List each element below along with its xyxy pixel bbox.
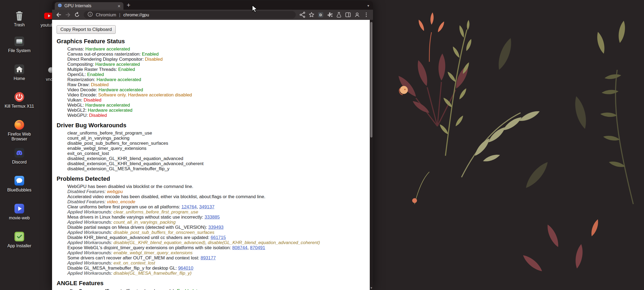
bug-link[interactable]: 124764 bbox=[181, 204, 197, 209]
desktop-icon-label: Trash bbox=[2, 23, 36, 27]
text-segment: Mesa drivers in Linux handle varyings wi… bbox=[67, 215, 204, 220]
tab-close-icon[interactable]: × bbox=[117, 3, 121, 9]
tab-gpu-internals[interactable]: GPU Internals × bbox=[55, 2, 123, 10]
flask-icon[interactable] bbox=[334, 10, 343, 19]
bug-link[interactable]: 964010 bbox=[178, 266, 193, 271]
side-panel-icon[interactable] bbox=[343, 10, 353, 19]
tab-title: GPU Internals bbox=[64, 3, 115, 8]
bug-link[interactable]: 339493 bbox=[208, 225, 224, 230]
svg-text:D: D bbox=[319, 13, 322, 17]
report-row: Disable partial swaps on Mesa drivers (d… bbox=[57, 225, 363, 230]
report-row: Applied Workarounds: disable_post_sub_bu… bbox=[57, 230, 363, 235]
url-text: chrome://gpu bbox=[123, 12, 149, 17]
scrollbar-down-arrow-icon[interactable]: ▼ bbox=[370, 286, 373, 289]
text-segment: Enabled bbox=[118, 67, 135, 72]
text-segment: Disable GL_MESA_framebuffer_flip_y for d… bbox=[67, 266, 178, 271]
copy-report-button[interactable]: Copy Report to Clipboard bbox=[57, 25, 116, 34]
text-segment: Hardware accelerated bbox=[97, 77, 141, 82]
page-info-icon[interactable] bbox=[87, 11, 93, 19]
bug-link[interactable]: 661715 bbox=[211, 235, 226, 240]
text-segment: Raw Draw: bbox=[67, 82, 91, 87]
report-row: Video Encode: Software only. Hardware ac… bbox=[57, 92, 363, 97]
text-segment: Clear uniforms before first program use … bbox=[67, 204, 181, 209]
text-segment: count_all_in_varyings_packing bbox=[67, 136, 130, 141]
text-segment: video_encode bbox=[107, 199, 135, 204]
report-row: disabled_extension_GL_MESA_framebuffer_f… bbox=[57, 166, 363, 171]
bug-link[interactable]: 808744 bbox=[232, 245, 247, 250]
home-icon bbox=[2, 63, 36, 75]
desktop-icon-label: movie-web bbox=[2, 216, 36, 220]
kill-termux-icon bbox=[2, 91, 36, 103]
text-segment: Some drivers can't recover after OUT_OF_… bbox=[67, 255, 200, 260]
puzzle-icon[interactable] bbox=[325, 10, 334, 19]
desktop-icon-label: File System bbox=[2, 48, 36, 53]
report-row: Raw Draw: Disabled bbox=[57, 82, 363, 87]
text-segment: Applied Workarounds: bbox=[67, 250, 114, 255]
text-segment: Disabled bbox=[91, 82, 109, 87]
text-segment: enable_webgl_timer_query_extensions bbox=[67, 146, 147, 151]
desktop-icon-app-installer[interactable]: App Installer bbox=[2, 230, 36, 248]
text-segment: Applied Workarounds: bbox=[67, 271, 114, 276]
bug-link[interactable]: 893177 bbox=[200, 255, 216, 260]
text-segment: Disable partial swaps on Mesa drivers (d… bbox=[67, 225, 208, 230]
new-tab-button[interactable]: + bbox=[127, 2, 130, 8]
desktop-icon-trash[interactable]: Trash bbox=[2, 9, 36, 27]
reload-icon[interactable] bbox=[72, 10, 82, 19]
bookmark-star-icon[interactable] bbox=[307, 10, 316, 19]
tab-search-chevron-icon[interactable]: ▾ bbox=[367, 3, 369, 8]
text-segment: Canvas out-of-process rasterization: bbox=[67, 52, 142, 57]
address-bar[interactable]: Chromium | chrome://gpu bbox=[84, 11, 296, 19]
discord-icon bbox=[2, 147, 36, 159]
report-row: disabled_extension_GL_KHR_blend_equation… bbox=[57, 156, 363, 161]
report-row: Expose WebGL's disjoint_timer_query exte… bbox=[57, 245, 363, 250]
wallpaper-art bbox=[349, 0, 644, 290]
profile-icon[interactable] bbox=[353, 10, 362, 19]
report-row: allowCompressedFormats (Frontend workaro… bbox=[57, 288, 363, 290]
report-row: WebGL2: Hardware accelerated bbox=[57, 108, 363, 113]
text-segment: , bbox=[197, 204, 199, 209]
dark-reader-icon[interactable]: D bbox=[316, 10, 325, 19]
menu-dots-icon[interactable] bbox=[362, 10, 371, 19]
back-icon[interactable] bbox=[54, 10, 63, 19]
report-row: Clear uniforms before first program use … bbox=[57, 204, 363, 209]
firefox-icon bbox=[2, 119, 36, 131]
desktop-icon-movie-web[interactable]: movie-web bbox=[2, 202, 36, 220]
bug-link[interactable]: 349137 bbox=[199, 204, 214, 209]
text-segment: disabled_extension_GL_KHR_blend_equation… bbox=[67, 156, 183, 161]
text-segment: Video Decode: bbox=[67, 87, 98, 92]
globe-favicon-icon bbox=[57, 3, 62, 9]
desktop-icon-file-system[interactable]: File System bbox=[2, 35, 36, 53]
report-row: Canvas: Hardware accelerated bbox=[57, 46, 363, 52]
appinstaller-icon bbox=[2, 230, 36, 243]
text-segment: Disabled Features: bbox=[67, 189, 107, 194]
share-icon[interactable] bbox=[298, 10, 307, 19]
scrollbar[interactable]: ▼ bbox=[370, 20, 373, 290]
desktop-icon-label: Firefox Web Browser bbox=[2, 132, 36, 142]
desktop-icon-home[interactable]: Home bbox=[2, 63, 36, 81]
text-segment: OpenGL: bbox=[67, 72, 87, 77]
text-segment: Canvas: bbox=[67, 46, 85, 52]
forward-icon[interactable] bbox=[63, 10, 72, 19]
desktop-icon-kill-termux-x11[interactable]: Kill Termux X11 bbox=[2, 91, 36, 109]
text-segment: WebGPU has been disabled via blocklist o… bbox=[67, 184, 193, 189]
desktop-icon-discord[interactable]: Discord bbox=[2, 147, 36, 165]
text-segment: Rasterization: bbox=[67, 77, 97, 82]
report-row: clear_uniforms_before_first_program_use bbox=[57, 130, 363, 136]
text-segment: Enabled bbox=[87, 72, 104, 77]
report-row: Mesa drivers in Linux handle varyings wi… bbox=[57, 215, 363, 220]
scrollbar-thumb[interactable] bbox=[370, 22, 372, 137]
report-row: Applied Workarounds: disable(GL_MESA_fra… bbox=[57, 271, 363, 276]
report-row: Compositing: Hardware accelerated bbox=[57, 62, 363, 67]
desktop-icon-firefox-web-browser[interactable]: Firefox Web Browser bbox=[2, 119, 36, 142]
desktop-icon-label: BlueBubbles bbox=[2, 188, 36, 193]
bug-link[interactable]: 333885 bbox=[204, 215, 220, 220]
report-row: Disabled Features: video_encode bbox=[57, 199, 363, 204]
text-segment: Enabled bbox=[142, 52, 159, 57]
text-segment: Applied Workarounds: bbox=[67, 260, 114, 266]
text-segment: Applied Workarounds: bbox=[67, 220, 114, 225]
desktop-icon-bluebubbles[interactable]: BlueBubbles bbox=[2, 175, 36, 193]
report-row: Applied Workarounds: clear_uniforms_befo… bbox=[57, 209, 363, 215]
bug-link[interactable]: 870491 bbox=[250, 245, 265, 250]
report-row: Vulkan: Disabled bbox=[57, 97, 363, 103]
toolbar-nav-buttons bbox=[54, 10, 82, 19]
